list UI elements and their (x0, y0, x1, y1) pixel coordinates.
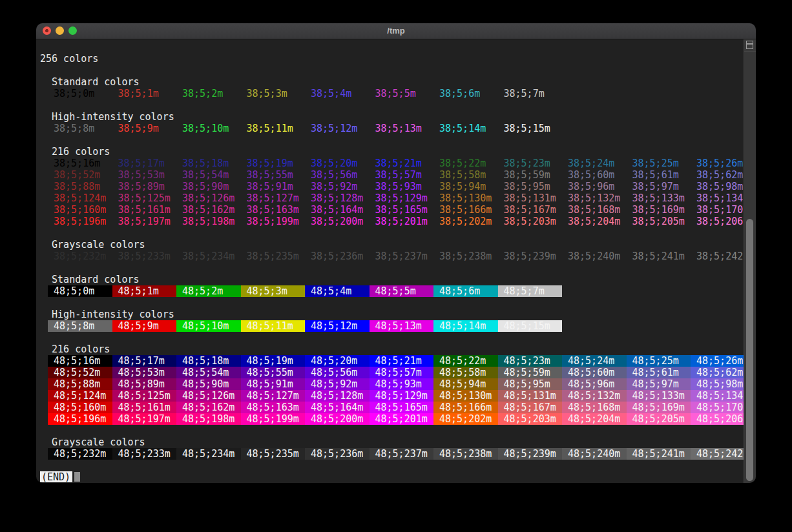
escape-code-label: 48;5;57m (375, 367, 422, 378)
split-pane-button[interactable] (744, 39, 756, 52)
fg-color-cell-18: 38;5;18m (176, 158, 241, 169)
escape-code-label: 38;5;164m (311, 204, 363, 216)
fg-color-row-232: 38;5;232m38;5;233m38;5;234m38;5;235m38;5… (40, 251, 744, 262)
bg-color-row-88: 48;5;88m48;5;89m48;5;90m48;5;91m48;5;92m… (40, 378, 744, 390)
escape-code-label: 48;5;236m (311, 448, 363, 460)
bg-color-cell-205: 48;5;205m (627, 413, 691, 425)
bg-color-cell-232: 48;5;232m (48, 448, 112, 460)
escape-code-label: 38;5;90m (182, 181, 229, 192)
terminal-window: /tmp 256 colorsStandard colors38;5;0m38;… (36, 23, 756, 483)
fg-color-cell-23: 38;5;23m (498, 158, 563, 169)
escape-code-label: 48;5;2m (182, 285, 223, 297)
fg-color-cell-22: 38;5;22m (433, 158, 498, 169)
fg-color-cell-97: 38;5;97m (627, 181, 691, 192)
bg-color-cell-98: 48;5;98m (691, 378, 744, 390)
escape-code-label: 38;5;26m (696, 158, 743, 169)
escape-code-label: 38;5;169m (632, 204, 685, 216)
window-titlebar[interactable]: /tmp (36, 23, 756, 39)
escape-code-label: 48;5;129m (375, 390, 428, 402)
escape-code-label: 48;5;93m (375, 378, 422, 390)
fg-color-cell-196: 38;5;196m (48, 216, 112, 227)
bg-color-cell-11: 48;5;11m (241, 320, 306, 332)
bg-color-cell-126: 48;5;126m (176, 390, 241, 402)
fg-color-row-196: 38;5;196m38;5;197m38;5;198m38;5;199m38;5… (40, 216, 744, 227)
escape-code-label: 48;5;22m (439, 355, 486, 367)
fg-color-cell-201: 38;5;201m (370, 216, 434, 227)
fg-color-cell-200: 38;5;200m (305, 216, 370, 227)
escape-code-label: 48;5;61m (632, 367, 679, 378)
bg-color-cell-24: 48;5;24m (562, 355, 627, 367)
fg-color-cell-7: 38;5;7m (498, 88, 563, 99)
escape-code-label: 48;5;237m (375, 448, 428, 460)
fg-color-cell-162: 38;5;162m (176, 204, 241, 216)
escape-code-label: 48;5;96m (568, 378, 614, 390)
fg-color-row-16: 38;5;16m38;5;17m38;5;18m38;5;19m38;5;20m… (40, 158, 744, 169)
escape-code-label: 48;5;6m (439, 285, 480, 297)
escape-code-label: 48;5;20m (311, 355, 357, 367)
bg-color-cell-162: 48;5;162m (176, 402, 241, 413)
escape-code-label: 48;5;199m (247, 413, 299, 425)
escape-code-label: 48;5;56m (311, 367, 357, 378)
escape-code-label: 48;5;127m (247, 390, 299, 402)
escape-code-label: 38;5;20m (311, 158, 357, 169)
escape-code-label: 38;5;58m (439, 169, 486, 181)
bg-color-cell-127: 48;5;127m (241, 390, 306, 402)
escape-code-label: 38;5;131m (504, 192, 556, 204)
bg-color-cell-204: 48;5;204m (562, 413, 627, 425)
fg-color-cell-61: 38;5;61m (627, 169, 691, 181)
fg-color-cell-240: 38;5;240m (562, 251, 627, 262)
fg-color-cell-55: 38;5;55m (241, 169, 306, 181)
bg-color-cell-168: 48;5;168m (562, 402, 627, 413)
escape-code-label: 38;5;52m (54, 169, 100, 181)
escape-code-label: 38;5;94m (439, 181, 486, 192)
escape-code-label: 38;5;17m (118, 158, 165, 169)
escape-code-label: 48;5;11m (247, 320, 293, 332)
escape-code-label: 48;5;55m (247, 367, 293, 378)
pager-end-label: (END) (40, 471, 72, 482)
bg-color-row-232: 48;5;232m48;5;233m48;5;234m48;5;235m48;5… (40, 448, 744, 460)
escape-code-label: 48;5;94m (439, 378, 486, 390)
bg-color-cell-2: 48;5;2m (176, 285, 241, 297)
fg-color-cell-132: 38;5;132m (562, 192, 627, 204)
bg-color-cell-62: 48;5;62m (691, 367, 744, 378)
escape-code-label: 48;5;198m (182, 413, 234, 425)
bg-color-cell-234: 48;5;234m (176, 448, 241, 460)
escape-code-label: 38;5;163m (247, 204, 299, 216)
bg-color-cell-94: 48;5;94m (433, 378, 498, 390)
escape-code-label: 38;5;9m (118, 123, 159, 134)
bg-color-cell-238: 48;5;238m (433, 448, 498, 460)
bg-color-cell-161: 48;5;161m (112, 402, 177, 413)
escape-code-label: 38;5;128m (311, 192, 363, 204)
scrollbar-thumb[interactable] (746, 219, 753, 481)
fg-color-cell-60: 38;5;60m (562, 169, 627, 181)
bg-color-cell-7: 48;5;7m (498, 285, 563, 297)
bg-color-cell-60: 48;5;60m (562, 367, 627, 378)
section-heading: Standard colors (40, 76, 744, 88)
escape-code-label: 38;5;98m (696, 181, 743, 192)
bg-color-cell-20: 48;5;20m (305, 355, 370, 367)
escape-code-label: 48;5;160m (54, 402, 106, 413)
escape-code-label: 38;5;134 (696, 192, 743, 204)
escape-code-label: 38;5;236m (311, 251, 363, 262)
escape-code-label: 38;5;25m (632, 158, 679, 169)
escape-code-label: 38;5;22m (439, 158, 486, 169)
scrollbar-track[interactable] (744, 39, 756, 483)
escape-code-label: 48;5;10m (182, 320, 229, 332)
fg-color-cell-202: 38;5;202m (433, 216, 498, 227)
escape-code-label: 48;5;240m (568, 448, 620, 460)
escape-code-label: 38;5;167m (504, 204, 556, 216)
bg-color-cell-19: 48;5;19m (241, 355, 306, 367)
desktop-background: /tmp 256 colorsStandard colors38;5;0m38;… (0, 0, 792, 532)
bg-color-cell-18: 48;5;18m (176, 355, 241, 367)
bg-color-cell-235: 48;5;235m (241, 448, 306, 460)
fg-color-cell-26: 38;5;26m (691, 158, 744, 169)
fg-color-cell-94: 38;5;94m (433, 181, 498, 192)
escape-code-label: 38;5;127m (247, 192, 299, 204)
fg-color-cell-236: 38;5;236m (305, 251, 370, 262)
escape-code-label: 38;5;206 (696, 216, 743, 227)
escape-code-label: 48;5;1m (118, 285, 159, 297)
fg-color-cell-235: 38;5;235m (241, 251, 306, 262)
fg-color-cell-20: 38;5;20m (305, 158, 370, 169)
fg-color-cell-53: 38;5;53m (112, 169, 177, 181)
fg-color-cell-21: 38;5;21m (370, 158, 434, 169)
